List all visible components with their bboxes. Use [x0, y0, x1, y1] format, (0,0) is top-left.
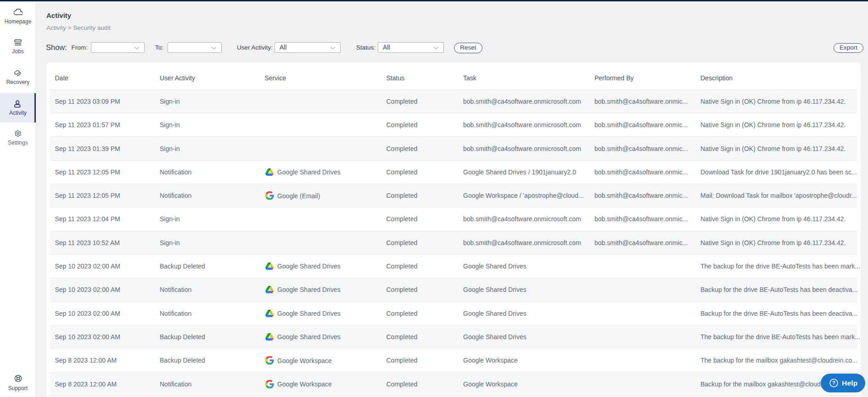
svg-text:?: ?: [832, 380, 835, 386]
